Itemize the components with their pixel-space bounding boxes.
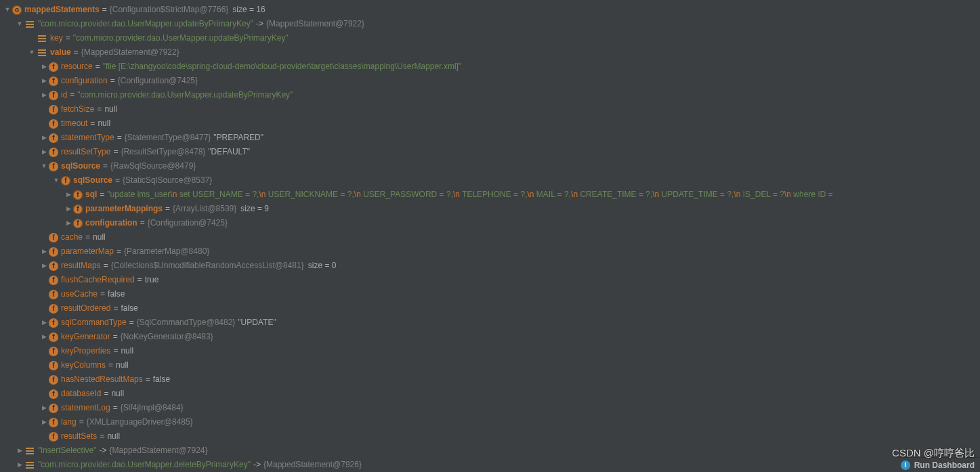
field-icon: f [49, 133, 58, 143]
expand-arrow-icon[interactable]: ▶ [41, 320, 47, 326]
expand-arrow-icon[interactable]: ▶ [41, 64, 47, 70]
expand-arrow-icon[interactable]: ▶ [65, 220, 72, 227]
tree-row-entry[interactable]: ▶ "com.micro.provider.dao.UserMapper.del… [0, 458, 980, 472]
field-name: lang [61, 415, 77, 429]
tree-row-entry[interactable]: ▼ "com.micro.provider.dao.UserMapper.upd… [0, 17, 980, 31]
tree-row-mappedStatements[interactable]: ▼ o mappedStatements = {Configuration$St… [0, 3, 980, 17]
expand-arrow-icon[interactable]: ▶ [41, 78, 47, 85]
expand-arrow-icon[interactable]: ▼ [41, 163, 47, 170]
expand-arrow-icon[interactable]: ▶ [41, 263, 47, 270]
field-icon: f [49, 404, 58, 413]
tree-row-entry[interactable]: ▶ "insertSelective" -> {MappedStatement@… [0, 444, 980, 458]
tree-row-resource[interactable]: ▶fresource="file [E:\zhangyoo\code\sprin… [0, 60, 980, 74]
tree-row-statementType[interactable]: ▶fstatementType={StatementType@8477}"PRE… [0, 131, 980, 145]
field-icon: f [49, 375, 58, 385]
field-name: statementLog [61, 401, 110, 415]
field-name: keyColumns [61, 358, 106, 372]
expand-arrow-icon[interactable]: ▶ [16, 448, 23, 454]
arrow-symbol: -> [100, 444, 107, 458]
expand-arrow-icon[interactable]: ▶ [41, 149, 47, 156]
field-value-ref: {Configuration@7425} [148, 216, 228, 230]
field-name: resultMaps [61, 259, 101, 273]
expand-arrow-icon[interactable]: ▶ [65, 192, 72, 198]
field-size: size = 9 [240, 202, 269, 216]
debugger-variables-tree[interactable]: ▼ o mappedStatements = {Configuration$St… [0, 0, 980, 472]
field-icon: f [49, 389, 58, 399]
field-name: sql [85, 188, 97, 202]
field-name: sqlSource [61, 159, 100, 173]
tree-row-databaseId[interactable]: ▶fdatabaseId=null [0, 387, 980, 401]
sql-string: "update ims_user\n set USER_NAME = ?,\n … [107, 188, 832, 202]
tree-row-keyColumns[interactable]: ▶fkeyColumns=null [0, 358, 980, 372]
field-value-ref: {StatementType@8477} [125, 131, 211, 145]
tree-row-resultSetType[interactable]: ▶fresultSetType={ResultSetType@8478}"DEF… [0, 145, 980, 159]
expand-arrow-icon[interactable]: ▶ [41, 92, 47, 99]
expand-arrow-icon[interactable]: ▶ [41, 405, 47, 412]
map-key: "insertSelective" [38, 444, 97, 458]
field-icon: f [49, 62, 58, 72]
field-literal: "DEFAULT" [208, 145, 250, 159]
expand-arrow-icon[interactable]: ▶ [41, 334, 47, 341]
expand-arrow-icon[interactable]: ▶ [41, 249, 47, 255]
field-value-ref: {SqlCommandType@8482} [137, 316, 236, 330]
tree-row-keyProperties[interactable]: ▶fkeyProperties=null [0, 344, 980, 358]
tree-row-configuration[interactable]: ▶fconfiguration={Configuration@7425} [0, 74, 980, 88]
tree-row-id[interactable]: ▶fid="com.micro.provider.dao.UserMapper.… [0, 88, 980, 102]
expand-arrow-icon[interactable]: ▼ [53, 177, 60, 184]
field-name: configuration [61, 74, 108, 88]
tree-row-parameterMap[interactable]: ▶fparameterMap={ParameterMap@8480} [0, 244, 980, 259]
tree-row-value[interactable]: ▼ value = {MappedStatement@7922} [0, 45, 980, 60]
map-entry-icon [24, 19, 35, 30]
tree-row-cache[interactable]: ▶fcache=null [0, 230, 980, 244]
field-icon: f [61, 176, 70, 186]
expand-arrow-icon[interactable]: ▼ [28, 49, 35, 56]
field-value: null [116, 358, 129, 372]
field-value: null [121, 344, 133, 358]
field-icon: f [73, 205, 83, 214]
tree-row-flushCacheRequired[interactable]: ▶fflushCacheRequired=true [0, 273, 980, 287]
tree-row-timeout[interactable]: ▶ftimeout=null [0, 116, 980, 131]
field-size: size = 16 [232, 3, 265, 17]
tree-row-parameterMappings[interactable]: ▶fparameterMappings={ArrayList@8539}size… [0, 202, 980, 216]
tree-row-keyGenerator[interactable]: ▶fkeyGenerator={NoKeyGenerator@8483} [0, 330, 980, 344]
field-name: value [50, 45, 71, 60]
tree-row-lang[interactable]: ▶flang={XMLLanguageDriver@8485} [0, 415, 980, 429]
field-icon: f [49, 261, 58, 271]
field-icon: f [49, 91, 58, 100]
field-name: resultSetType [61, 145, 110, 159]
tree-row-sqlSource[interactable]: ▼fsqlSource={RawSqlSource@8479} [0, 159, 980, 173]
tree-row-sqlCommandType[interactable]: ▶fsqlCommandType={SqlCommandType@8482}"U… [0, 316, 980, 330]
tree-row-resultMaps[interactable]: ▶fresultMaps={Collections$UnmodifiableRa… [0, 259, 980, 273]
expand-arrow-icon[interactable]: ▶ [65, 206, 72, 213]
tree-row-configuration-inner[interactable]: ▶fconfiguration={Configuration@7425} [0, 216, 980, 230]
field-icon: f [49, 247, 58, 257]
expand-arrow-icon[interactable]: ▼ [4, 7, 11, 14]
expand-arrow-icon[interactable]: ▶ [41, 419, 47, 426]
field-name: databaseId [61, 387, 101, 401]
tree-row-useCache[interactable]: ▶fuseCache=false [0, 287, 980, 301]
expand-arrow-icon[interactable]: ▼ [16, 21, 23, 28]
tree-row-sql[interactable]: ▶fsql="update ims_user\n set USER_NAME =… [0, 188, 980, 202]
field-value-ref: {ParameterMap@8480} [124, 244, 209, 259]
status-bar: i Run Dashboard [895, 457, 980, 472]
tree-row-resultOrdered[interactable]: ▶fresultOrdered=false [0, 301, 980, 316]
run-dashboard-label[interactable]: Run Dashboard [914, 460, 975, 470]
tree-row-statementLog[interactable]: ▶fstatementLog={Slf4jImpl@8484} [0, 401, 980, 415]
field-value: false [121, 301, 137, 316]
tree-row-fetchSize[interactable]: ▶ffetchSize=null [0, 102, 980, 116]
expand-arrow-icon[interactable]: ▶ [41, 135, 47, 142]
field-value-ref: {Configuration$StrictMap@7766} [110, 3, 229, 17]
tree-row-key[interactable]: ▶ key = "com.micro.provider.dao.UserMapp… [0, 31, 980, 45]
field-size: size = 0 [308, 259, 337, 273]
tree-row-resultSets[interactable]: ▶fresultSets=null [0, 429, 980, 444]
field-icon: f [49, 418, 58, 427]
tree-row-hasNestedResultMaps[interactable]: ▶fhasNestedResultMaps=false [0, 372, 980, 387]
field-name: fetchSize [61, 102, 94, 116]
field-value-ref: {Configuration@7425} [118, 74, 198, 88]
field-icon: f [49, 290, 58, 299]
field-name: keyGenerator [61, 330, 110, 344]
expand-arrow-icon[interactable]: ▶ [16, 462, 23, 469]
tree-row-sqlSource-inner[interactable]: ▼fsqlSource={StaticSqlSource@8537} [0, 173, 980, 188]
field-value: null [107, 429, 120, 444]
field-literal: "UPDATE" [238, 316, 276, 330]
